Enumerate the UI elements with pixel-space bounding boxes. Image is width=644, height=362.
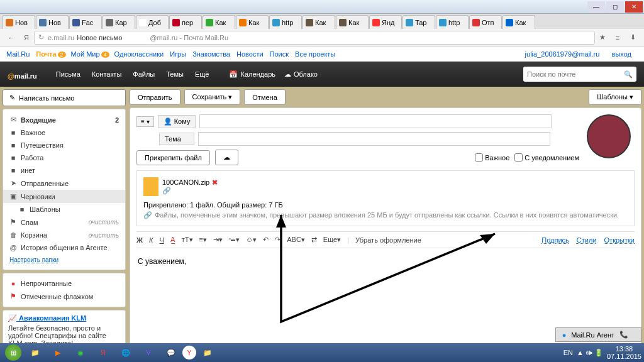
color-button[interactable]: A̲ [170,236,175,244]
browser-tab[interactable]: http [269,15,302,29]
list-button[interactable]: ≔▾ [229,236,240,244]
task-icon[interactable]: 🌐 [114,344,137,361]
translate-button[interactable]: ⇄ [311,236,317,244]
folder-item[interactable]: ➤Отправленные [3,177,125,190]
browser-tab[interactable]: Как [203,15,235,29]
portal-link[interactable]: Новости [236,50,264,58]
phone-icon[interactable]: 📞 [619,331,628,339]
spell-button[interactable]: ABC▾ [287,236,305,244]
browser-tab[interactable]: Fac [69,15,102,29]
task-icon[interactable]: 📁 [196,344,219,361]
avatar[interactable] [587,114,631,158]
agent-bar[interactable]: ●Mail.Ru Агент 📞 [555,327,641,342]
folder-item[interactable]: @История общения в Агенте [3,241,125,254]
portal-link[interactable]: Поиск [270,50,289,58]
attach-button[interactable]: Прикрепить файл [136,150,210,165]
more-button[interactable]: Еще▾ [323,236,341,244]
folder-item[interactable]: ✉Входящие2 [3,113,125,126]
search-input[interactable] [527,70,624,78]
logo[interactable]: @mail.ru [8,67,37,82]
browser-tab[interactable]: Кар [103,15,135,29]
reload-icon[interactable]: ↻ [38,33,44,41]
folder-item[interactable]: ■Шаблоны [3,203,125,216]
browser-tab[interactable]: пер [169,15,202,29]
task-icon[interactable]: Y [182,346,196,359]
tray-lang[interactable]: EN [564,349,573,356]
cards-link[interactable]: Открытки [604,236,635,244]
compose-button[interactable]: ✎ Написать письмо [3,89,126,106]
styles-link[interactable]: Стили [577,236,597,244]
cancel-button[interactable]: Отмена [244,89,285,105]
browser-tab[interactable]: Как [502,15,535,29]
to-field[interactable] [199,114,552,128]
priority-button[interactable]: ≡ ▾ [136,116,154,127]
browser-tab[interactable]: Нов [36,15,69,29]
star-icon[interactable]: ★ [597,32,608,43]
browser-tab[interactable]: Как [236,15,269,29]
templates-button[interactable]: Шаблоны ▾ [589,89,641,105]
back-icon[interactable]: ← [6,32,17,43]
task-icon[interactable]: ▶ [47,344,69,361]
mail-search[interactable]: 🔍 [523,67,636,82]
folder-item[interactable]: ■Путешествия [3,139,125,151]
task-icon[interactable]: 📁 [24,344,47,361]
clear-format-button[interactable]: Убрать оформление [355,236,421,244]
logout-link[interactable]: выход [612,50,631,58]
yandex-icon[interactable]: Я [21,32,32,43]
header-nav-item[interactable]: Файлы [133,70,155,78]
task-icon[interactable]: ◉ [69,344,92,361]
close-button[interactable]: ✕ [625,1,643,13]
font-button[interactable]: тТ▾ [182,236,193,244]
browser-tab[interactable]: Тар [402,15,435,29]
portal-link[interactable]: Почта [36,50,56,58]
portal-link[interactable]: Знакомства [192,50,230,58]
filter-item[interactable]: ⚑Отмеченные флажком [3,290,125,303]
attach-cloud-button[interactable]: ☁ [215,150,238,165]
indent-button[interactable]: ⇥▾ [213,236,223,244]
signature-link[interactable]: Подпись [541,236,569,244]
browser-tab[interactable]: Нов [3,15,35,29]
minimize-button[interactable]: — [587,1,605,13]
browser-tab[interactable]: Как [303,15,335,29]
start-button[interactable]: ⊞ [5,344,21,361]
download-icon[interactable]: ⬇ [627,32,638,43]
underline-button[interactable]: Ч [159,236,164,244]
header-nav-item[interactable]: Письма [56,70,80,78]
cloud-link[interactable]: ☁ Облако [284,70,318,79]
remove-file-icon[interactable]: ✖ [212,178,218,186]
bold-button[interactable]: Ж [136,236,143,244]
search-icon[interactable]: 🔍 [624,70,633,79]
header-nav-item[interactable]: Контакты [92,70,122,78]
browser-tab[interactable]: Доб [136,15,169,29]
browser-tab[interactable]: Янд [369,15,402,29]
important-checkbox[interactable]: Важное [475,153,509,162]
url-field[interactable]: ↻ e.mail.ru Новое письмо @mail.ru - Почт… [34,31,595,45]
filter-item[interactable]: ●Непрочитанные [3,277,125,290]
portal-link[interactable]: Mail.Ru [6,50,30,58]
header-nav-item[interactable]: Темы [166,70,184,78]
undo-button[interactable]: ↶ [263,236,269,244]
browser-tab[interactable]: Как [336,15,369,29]
portal-link[interactable]: Игры [170,50,186,58]
portal-link[interactable]: Мой Мир [71,50,100,58]
folder-item[interactable]: ▣Черновики [3,190,125,203]
save-button[interactable]: Сохранить ▾ [184,89,241,105]
folder-item[interactable]: 🗑Корзинаочистить [3,229,125,241]
folder-item[interactable]: ⚑Спамочистить [3,216,125,229]
italic-button[interactable]: К [149,236,153,244]
align-button[interactable]: ≡▾ [199,236,207,244]
portal-link[interactable]: Одноклассники [114,50,164,58]
message-body[interactable]: С уважением, [136,248,635,275]
folder-item[interactable]: ■Работа [3,151,125,164]
folder-item[interactable]: ■инет [3,164,125,177]
emoji-button[interactable]: ☺▾ [246,236,257,244]
redo-button[interactable]: ↷ [275,236,280,244]
task-icon[interactable]: Я [92,344,114,361]
task-icon[interactable]: V [137,344,160,361]
maximize-button[interactable]: ◻ [606,1,624,13]
tune-folders-link[interactable]: Настроить папки [3,254,125,266]
calendar-link[interactable]: 📅 Календарь [229,70,275,79]
subject-field[interactable] [198,132,550,146]
send-button[interactable]: Отправить [130,89,180,105]
folder-item[interactable]: ■Важное [3,126,125,139]
